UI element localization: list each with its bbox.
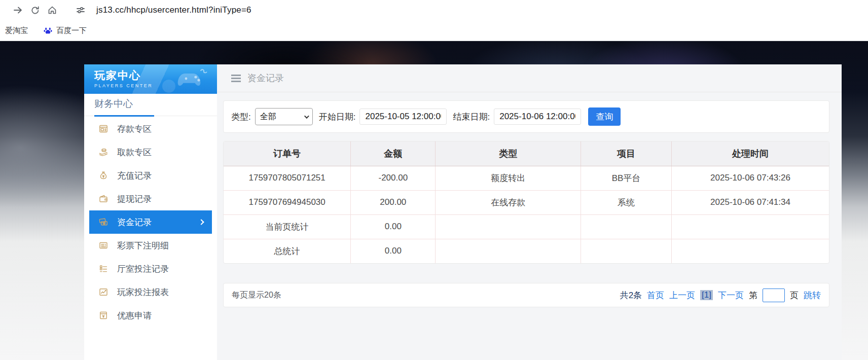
sidebar-item-label: 取款专区: [117, 147, 152, 158]
forward-button[interactable]: [9, 2, 26, 19]
sidebar-item-recharge-records[interactable]: 充值记录: [89, 164, 212, 187]
jump-prefix-label: 第: [749, 290, 757, 301]
table-cell: 系统: [581, 190, 671, 214]
sidebar: 玩家中心 PLAYERS CENTER 财务中心 存款专区 取款专区 充值记录: [84, 64, 217, 360]
table-cell: 1759707805071251: [224, 166, 351, 190]
table-cell: 2025-10-06 07:43:26: [672, 166, 829, 190]
sidebar-item-funds-records[interactable]: 资金记录: [89, 210, 212, 234]
reload-icon: [30, 6, 40, 15]
sidebar-item-label: 存款专区: [117, 123, 152, 135]
table-cell: BB平台: [581, 166, 671, 190]
table-cell: 0.00: [351, 239, 436, 263]
table-header-cell: 处理时间: [672, 141, 829, 166]
sidebar-item-withdraw-zone[interactable]: 取款专区: [89, 140, 212, 164]
site-info-button[interactable]: [72, 2, 89, 19]
baidu-paw-icon: [43, 26, 53, 35]
sidebar-item-label: 充值记录: [117, 170, 152, 182]
start-date-label: 开始日期:: [319, 111, 356, 123]
table-row: 1759707694945030 200.00 在线存款 系统 2025-10-…: [224, 190, 829, 214]
sidebar-header: 玩家中心 PLAYERS CENTER: [84, 64, 217, 94]
end-date-label: 结束日期:: [453, 111, 490, 123]
sidebar-item-label: 玩家投注报表: [117, 286, 169, 298]
table-cell: [581, 214, 671, 239]
table-cell: 200.00: [351, 190, 436, 214]
current-page-indicator: [1]: [700, 290, 713, 300]
deposit-machine-icon: [98, 124, 108, 134]
per-page-label: 每页显示20条: [232, 290, 281, 301]
first-page-link[interactable]: 首页: [647, 290, 664, 301]
sidebar-item-lottery-bet-details[interactable]: 彩票下注明细: [89, 234, 212, 257]
sidebar-item-label: 资金记录: [117, 217, 152, 228]
sidebar-item-hall-bet-records[interactable]: 厅室投注记录: [89, 257, 212, 280]
jump-suffix-label: 页: [790, 290, 799, 301]
table-cell: 0.00: [351, 214, 436, 239]
pagination-bar: 每页显示20条 共2条 首页 上一页 [1] 下一页 第 页 跳转: [223, 283, 829, 307]
start-date-input[interactable]: [359, 109, 447, 125]
search-button[interactable]: 查询: [588, 107, 621, 126]
type-label: 类型:: [231, 111, 251, 123]
end-date-input[interactable]: [494, 109, 581, 125]
type-select[interactable]: 全部: [255, 108, 313, 125]
table-header-cell: 订单号: [224, 141, 351, 166]
sidebar-nav: 存款专区 取款专区 充值记录 提现记录 资金记录: [84, 116, 217, 327]
table-cell: [581, 239, 671, 263]
list-note-icon: [98, 240, 108, 250]
main-content: 资金记录 类型: 全部 开始日期: 结束日期: 查询 订单号 金额 类型 项目 …: [217, 64, 842, 360]
table-header-cell: 项目: [581, 141, 671, 166]
table-cell: 额度转出: [436, 166, 581, 190]
page-title: 资金记录: [247, 72, 284, 84]
grid-list-icon: [98, 264, 108, 274]
line-chart-icon: [98, 287, 108, 297]
jump-page-input[interactable]: [763, 289, 785, 302]
promo-box-icon: [98, 310, 108, 320]
pager-controls: 共2条 首页 上一页 [1] 下一页 第 页 跳转: [620, 289, 821, 302]
sidebar-item-label: 彩票下注明细: [117, 240, 169, 251]
table-header-row: 订单号 金额 类型 项目 处理时间: [224, 141, 829, 166]
prev-page-link[interactable]: 上一页: [669, 290, 695, 301]
bookmark-aitaobao[interactable]: 爱淘宝: [5, 26, 28, 35]
table-cell: 总统计: [224, 239, 351, 263]
type-select-value: 全部: [260, 112, 276, 122]
hand-coins-icon: [98, 147, 108, 157]
chevron-right-icon: [198, 219, 204, 225]
wallet-icon: [98, 194, 108, 204]
table-cell: -200.00: [351, 166, 436, 190]
sidebar-item-label: 厅室投注记录: [117, 263, 169, 275]
sidebar-item-withdrawal-records[interactable]: 提现记录: [89, 187, 212, 210]
address-bar[interactable]: js13.cc/hhcp/usercenter.html?iniType=6: [96, 5, 251, 15]
bank-cards-icon: [98, 217, 108, 227]
bookmark-baidu[interactable]: 百度一下: [43, 26, 87, 35]
table-cell: [672, 214, 829, 239]
menu-toggle-icon[interactable]: [231, 75, 241, 82]
table-row-page-stats: 当前页统计 0.00: [224, 214, 829, 239]
sidebar-item-deposit-zone[interactable]: 存款专区: [89, 117, 212, 140]
home-button[interactable]: [44, 2, 61, 19]
sidebar-item-promo-application[interactable]: 优惠申请: [89, 304, 212, 327]
sidebar-item-player-bet-report[interactable]: 玩家投注报表: [89, 280, 212, 304]
jump-action-link[interactable]: 跳转: [804, 290, 821, 301]
next-page-link[interactable]: 下一页: [718, 290, 744, 301]
table-cell: 当前页统计: [224, 214, 351, 239]
total-count-label: 共2条: [620, 290, 642, 301]
table-cell: 在线存款: [436, 190, 581, 214]
sidebar-item-label: 优惠申请: [117, 310, 152, 321]
site-info-tune-icon: [76, 6, 85, 15]
table-cell: [672, 239, 829, 263]
funds-table: 订单号 金额 类型 项目 处理时间 1759707805071251 -200.…: [224, 141, 829, 263]
funds-table-panel: 订单号 金额 类型 项目 处理时间 1759707805071251 -200.…: [223, 141, 829, 264]
filter-bar: 类型: 全部 开始日期: 结束日期: 查询: [223, 100, 829, 133]
forward-icon: [13, 5, 23, 15]
browser-toolbar: js13.cc/hhcp/usercenter.html?iniType=6: [0, 0, 868, 20]
home-icon: [47, 5, 57, 15]
chevron-down-icon: [304, 114, 309, 119]
table-row: 1759707805071251 -200.00 额度转出 BB平台 2025-…: [224, 166, 829, 190]
table-cell: [436, 239, 581, 263]
table-row-total-stats: 总统计 0.00: [224, 239, 829, 263]
gamepad-icon: [171, 66, 215, 93]
table-cell: 1759707694945030: [224, 190, 351, 214]
table-header-cell: 类型: [436, 141, 581, 166]
reload-button[interactable]: [26, 2, 44, 19]
table-cell: 2025-10-06 07:41:34: [672, 190, 829, 214]
sidebar-item-label: 提现记录: [117, 193, 152, 205]
bookmarks-bar: 爱淘宝 百度一下: [0, 20, 868, 41]
